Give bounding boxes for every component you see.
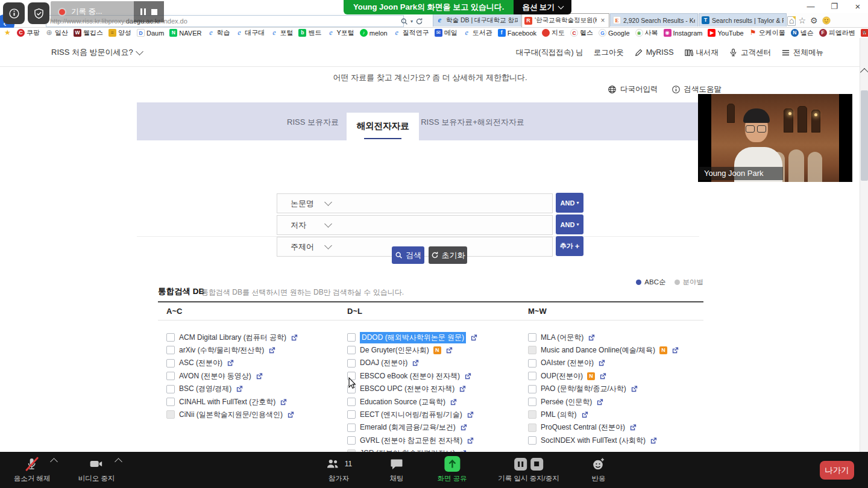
- checkbox[interactable]: [528, 359, 536, 368]
- chevron-down-icon[interactable]: [324, 242, 332, 249]
- bookmark-헬스[interactable]: C헬스: [570, 28, 593, 37]
- external-link-icon[interactable]: [236, 385, 244, 393]
- checkbox[interactable]: [166, 359, 175, 368]
- toolbar-chat[interactable]: 채팅: [389, 456, 404, 483]
- chevron-down-icon[interactable]: [324, 198, 332, 206]
- bookmark-쿠팡[interactable]: C쿠팡: [17, 28, 40, 37]
- db-item-arXiv[interactable]: arXiv (수학/물리학/전산학): [166, 344, 276, 356]
- reset-button[interactable]: 초기화: [429, 246, 467, 264]
- db-item-Education[interactable]: Education Source (교육학): [347, 396, 458, 408]
- checkbox[interactable]: [166, 410, 175, 419]
- external-link-icon[interactable]: [629, 424, 637, 431]
- first-visit-link[interactable]: RISS 처음 방문이세요?: [51, 47, 142, 58]
- util-검색도움말[interactable]: 검색도움말: [671, 84, 722, 95]
- smiley-feedback-icon[interactable]: [822, 16, 831, 25]
- tab-close-icon[interactable]: ×: [599, 17, 606, 24]
- bookmark-melon[interactable]: ♪melon: [360, 29, 388, 37]
- favorites-star[interactable]: ★: [4, 29, 11, 37]
- checkbox[interactable]: [347, 333, 356, 342]
- checkbox[interactable]: [347, 398, 356, 406]
- db-item-De[interactable]: De Gruyter(인문사회)N: [347, 344, 453, 356]
- external-link-icon[interactable]: [445, 346, 453, 354]
- boolean-operator-button[interactable]: AND▾: [556, 193, 583, 213]
- header-link-고객센터[interactable]: 고객센터: [729, 48, 771, 58]
- favorites-icon[interactable]: ☆: [798, 16, 806, 25]
- bookmark-지도[interactable]: 지도: [542, 28, 565, 37]
- bookmark-NAVER[interactable]: NNAVER: [169, 29, 201, 37]
- external-link-icon[interactable]: [599, 372, 607, 380]
- tab-riss-holdings[interactable]: RISS 보유자료: [287, 117, 339, 128]
- browser-tab-4[interactable]: TSearch results | Taylor & Fran...: [699, 13, 787, 27]
- db-item-CINAHL[interactable]: CINAHL with FullText (간호학): [166, 396, 288, 408]
- bookmark-도서관[interactable]: e도서관: [463, 28, 492, 37]
- external-link-icon[interactable]: [581, 411, 589, 419]
- checkbox[interactable]: [166, 346, 175, 354]
- bookmark-Daum[interactable]: DDaum: [137, 29, 164, 37]
- db-item-EBSCO[interactable]: EBSCO UPC (전분야 전자책): [347, 383, 467, 395]
- checkbox[interactable]: [166, 372, 175, 380]
- toolbar-camera[interactable]: 비디오 중지: [78, 456, 115, 483]
- browser-tab-1[interactable]: e학술 DB | 대구대학교 창파도...: [433, 13, 521, 27]
- checkbox[interactable]: [166, 333, 175, 342]
- bookmark-양성[interactable]: ≡양성: [108, 28, 131, 37]
- checkbox[interactable]: [528, 372, 536, 380]
- home-icon[interactable]: ⌂: [789, 16, 794, 25]
- external-link-icon[interactable]: [450, 398, 458, 406]
- stop-recording-button[interactable]: [151, 9, 157, 15]
- external-link-icon[interactable]: [459, 385, 467, 393]
- sort-radio-ABC순[interactable]: ABC순: [636, 278, 665, 287]
- header-link-전체메뉴[interactable]: 전체메뉴: [781, 48, 823, 58]
- scrollbar-thumb[interactable]: [861, 90, 868, 181]
- db-item-SocINDEX[interactable]: SocINDEX with FullText (사회학): [528, 434, 658, 446]
- chevron-down-icon[interactable]: [324, 220, 332, 228]
- sort-radio-분야별[interactable]: 분야별: [675, 278, 704, 287]
- addressbar-dropdown-icon[interactable]: ▾: [410, 19, 413, 24]
- db-item-OUP(전분야)[interactable]: OUP(전분야)N: [528, 370, 607, 382]
- checkbox[interactable]: [528, 385, 536, 393]
- close-button[interactable]: ×: [851, 2, 864, 11]
- db-item-PAO[interactable]: PAO (문학/철학/종교/사학): [528, 383, 638, 395]
- checkbox[interactable]: [347, 346, 356, 354]
- search-icon[interactable]: [400, 17, 408, 25]
- refresh-icon[interactable]: [415, 17, 423, 25]
- checkbox[interactable]: [347, 424, 356, 432]
- bookmark-넬슨[interactable]: N넬슨: [791, 28, 814, 37]
- bookmark-Google[interactable]: GGoogle: [599, 29, 629, 37]
- external-link-icon[interactable]: [470, 334, 478, 342]
- leave-meeting-button[interactable]: 나가기: [820, 461, 854, 480]
- db-item-EECT[interactable]: EECT (엔지니어링/컴퓨팅/기술): [347, 408, 474, 421]
- pause-recording-button[interactable]: [140, 7, 146, 17]
- db-item-AVON[interactable]: AVON (전분야 동영상): [166, 370, 263, 382]
- external-link-icon[interactable]: [650, 437, 658, 445]
- external-link-icon[interactable]: [412, 359, 420, 367]
- bookmark-Instagram[interactable]: ◉Instagram: [664, 29, 703, 37]
- checkbox[interactable]: [528, 436, 536, 445]
- header-link-MyRISS[interactable]: MyRISS: [634, 48, 674, 57]
- db-item-Music[interactable]: Music and Dance Online(예술/체육)N: [528, 344, 679, 356]
- external-link-icon[interactable]: [596, 398, 604, 406]
- db-item-EBSCO[interactable]: EBSCO eBook (전분야 전자책): [347, 370, 472, 382]
- checkbox[interactable]: [528, 333, 536, 342]
- bookmark-YouTube[interactable]: ▶YouTube: [708, 29, 743, 37]
- external-link-icon[interactable]: [588, 334, 596, 342]
- minimize-button[interactable]: —: [804, 2, 817, 11]
- external-link-icon[interactable]: [467, 437, 474, 445]
- meeting-info-button[interactable]: [3, 2, 25, 24]
- external-link-icon[interactable]: [227, 359, 234, 367]
- stop-recording-icon[interactable]: [530, 458, 543, 471]
- browser-tab-2[interactable]: R'한국교육학술정보원(KERIS...×: [521, 13, 609, 27]
- bookmark-일산[interactable]: ⊕일산: [45, 28, 68, 37]
- db-item-DOAJ[interactable]: DOAJ (전분야): [347, 357, 420, 369]
- bookmark-웰킵스[interactable]: W웰킵스: [74, 28, 103, 37]
- toolbar-people[interactable]: 11참가자: [326, 456, 352, 483]
- header-link-내서재[interactable]: 내서재: [684, 48, 719, 58]
- bookmark-질적연구[interactable]: e질적연구: [393, 28, 429, 37]
- search-field-저자[interactable]: 저자: [277, 215, 553, 235]
- db-item-PML[interactable]: PML (의학): [528, 408, 589, 421]
- search-button[interactable]: 검색: [392, 246, 424, 264]
- bookmark-피엘라벤[interactable]: F피엘라벤: [819, 28, 855, 37]
- view-options-button[interactable]: 옵션 보기: [514, 0, 571, 14]
- db-item-ProQuest[interactable]: ProQuest Central (전분야): [528, 422, 637, 434]
- checkbox[interactable]: [166, 398, 175, 406]
- bookmarks-overflow-chevron[interactable]: »: [862, 28, 866, 36]
